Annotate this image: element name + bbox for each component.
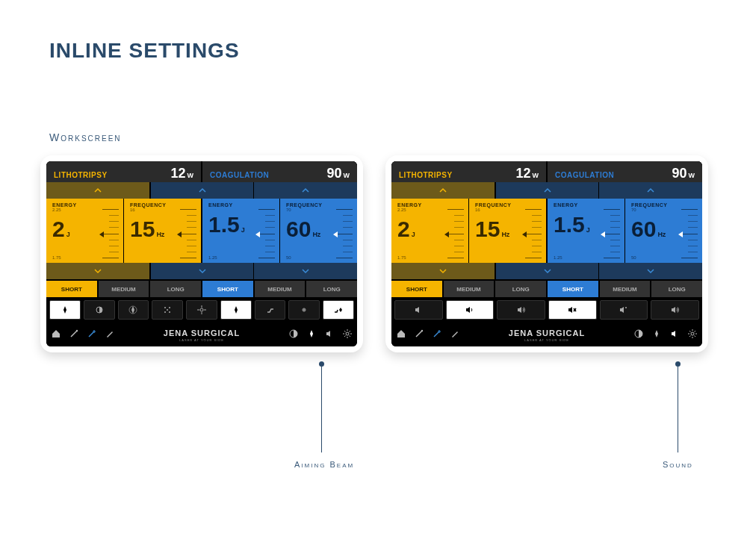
beam-mode-pedal-target[interactable]: [323, 300, 354, 320]
power-readout: 90W: [326, 166, 350, 181]
coag-pulse-long[interactable]: LONG: [306, 281, 357, 297]
settings-icon[interactable]: [687, 329, 698, 339]
param-range-bottom: 1.25: [554, 255, 562, 260]
param-unit: J: [66, 231, 70, 238]
param-label: FREQUENCY: [475, 202, 540, 208]
screen: LITHOTRIPSY 12W COAGULATION 90W ENERGY 2…: [46, 161, 357, 346]
beam-intensity-high[interactable]: [118, 300, 149, 320]
home-icon[interactable]: [51, 329, 61, 339]
coag-freq-increase[interactable]: [599, 182, 702, 199]
aiming-beam-settings-row: [46, 297, 357, 323]
mode-header-coagulation[interactable]: COAGULATION 90W: [548, 161, 702, 182]
param-value: 60: [286, 218, 311, 240]
litho-pulse-medium[interactable]: MEDIUM: [444, 281, 495, 297]
litho-pulse-long[interactable]: LONG: [150, 281, 201, 297]
litho-decrease[interactable]: [391, 263, 495, 279]
sound-nav-icon[interactable]: [324, 329, 335, 339]
svg-marker-0: [63, 306, 66, 314]
param-label: ENERGY: [554, 202, 619, 208]
mode-name: LITHOTRIPSY: [54, 171, 108, 179]
litho-pulse-long[interactable]: LONG: [495, 281, 546, 297]
litho-energy-param[interactable]: ENERGY 2.25 2J 1.75: [46, 199, 123, 263]
callout-line-left: [321, 364, 322, 452]
param-value: 2: [52, 218, 65, 240]
mode-name: COAGULATION: [210, 171, 269, 179]
ruler-icon: [604, 209, 620, 258]
svg-point-8: [167, 309, 168, 311]
fiber-a-icon[interactable]: [69, 329, 79, 339]
param-value: 1.5: [554, 214, 585, 236]
litho-frequency-param[interactable]: FREQUENCY 16 15Hz: [469, 199, 546, 263]
coag-freq-decrease[interactable]: [599, 263, 702, 279]
home-icon[interactable]: [396, 329, 406, 339]
coag-pulse-medium[interactable]: MEDIUM: [600, 281, 651, 297]
beam-intensity-med[interactable]: [84, 300, 115, 320]
param-range-bottom: 1.75: [397, 255, 406, 260]
contrast-icon[interactable]: [633, 329, 644, 339]
mode-name: LITHOTRIPSY: [399, 171, 453, 179]
laser-sound-mute[interactable]: [548, 300, 597, 320]
laser-sound-med[interactable]: [600, 300, 648, 320]
coag-pulse-short[interactable]: SHORT: [202, 281, 253, 297]
system-volume-high[interactable]: [497, 300, 545, 320]
param-unit: Hz: [657, 231, 666, 238]
litho-frequency-param[interactable]: FREQUENCY 16 15Hz: [124, 199, 201, 263]
coag-energy-decrease[interactable]: [496, 263, 599, 279]
laser-sound-high[interactable]: [651, 300, 699, 320]
system-volume-low[interactable]: [394, 300, 443, 320]
litho-increase[interactable]: [391, 182, 495, 199]
litho-pulse-medium[interactable]: MEDIUM: [99, 281, 149, 297]
fiber-b-icon[interactable]: [432, 329, 442, 339]
litho-decrease[interactable]: [46, 263, 149, 279]
fiber-b-icon[interactable]: [87, 329, 97, 339]
litho-pulse-short[interactable]: SHORT: [391, 281, 442, 297]
params-row: ENERGY 2.25 2J 1.75 FREQUENCY 16 15Hz: [391, 199, 702, 263]
contrast-icon[interactable]: [288, 329, 299, 339]
coag-frequency-param[interactable]: FREQUENCY 70 60Hz 50: [280, 199, 357, 263]
params-row: ENERGY 2.25 2J 1.75 FREQUENCY 16 15Hz: [46, 199, 357, 263]
aiming-beam-nav-icon[interactable]: [306, 329, 317, 339]
beam-mode-target[interactable]: [288, 300, 320, 320]
litho-energy-param[interactable]: ENERGY 2.25 2J 1.75: [391, 199, 468, 263]
svg-marker-2: [131, 306, 134, 314]
coag-energy-increase[interactable]: [496, 182, 599, 199]
coag-freq-increase[interactable]: [254, 182, 357, 199]
coag-pulse-short[interactable]: SHORT: [548, 281, 598, 297]
increase-row: [46, 182, 357, 199]
aiming-beam-nav-icon[interactable]: [651, 329, 662, 339]
coag-frequency-param[interactable]: FREQUENCY 70 60Hz 50: [625, 199, 702, 263]
pen-icon[interactable]: [450, 329, 460, 339]
bottom-nav: JENA SURGICAL LASER AT YOUR SIDE: [46, 323, 357, 346]
device-aiming-beam: LITHOTRIPSY 12W COAGULATION 90W ENERGY 2…: [40, 155, 363, 352]
svg-point-18: [76, 330, 78, 332]
mode-header-lithotripsy[interactable]: LITHOTRIPSY 12W: [391, 161, 546, 182]
fiber-a-icon[interactable]: [414, 329, 424, 339]
beam-pattern-2[interactable]: [186, 300, 217, 320]
litho-pulse-short[interactable]: SHORT: [46, 281, 97, 297]
coag-freq-decrease[interactable]: [254, 263, 357, 279]
svg-point-21: [346, 332, 349, 335]
param-range-bottom: 50: [286, 255, 291, 260]
device-sound: LITHOTRIPSY 12W COAGULATION 90W ENERGY 2…: [385, 155, 708, 352]
coag-energy-increase[interactable]: [151, 182, 254, 199]
coag-energy-param[interactable]: ENERGY 1.5J 1.25: [202, 199, 279, 263]
system-volume-med[interactable]: [446, 300, 495, 320]
coag-energy-decrease[interactable]: [151, 263, 254, 279]
pen-icon[interactable]: [105, 329, 115, 339]
beam-pattern-3[interactable]: [220, 300, 252, 320]
coag-pulse-medium[interactable]: MEDIUM: [255, 281, 306, 297]
litho-increase[interactable]: [46, 182, 149, 199]
param-label: FREQUENCY: [286, 202, 351, 208]
mode-header-lithotripsy[interactable]: LITHOTRIPSY 12W: [46, 161, 201, 182]
beam-mode-pedal[interactable]: [255, 300, 286, 320]
settings-icon[interactable]: [342, 329, 353, 339]
sound-nav-icon[interactable]: [669, 329, 680, 339]
power-readout: 12W: [515, 166, 539, 181]
mode-header-coagulation[interactable]: COAGULATION 90W: [202, 161, 357, 182]
param-value: 1.5: [208, 214, 240, 236]
decrease-row: [46, 263, 357, 279]
beam-pattern-1[interactable]: [152, 300, 183, 320]
coag-pulse-long[interactable]: LONG: [651, 281, 702, 297]
coag-energy-param[interactable]: ENERGY 1.5J 1.25: [548, 199, 624, 263]
beam-intensity-low[interactable]: [49, 300, 81, 320]
